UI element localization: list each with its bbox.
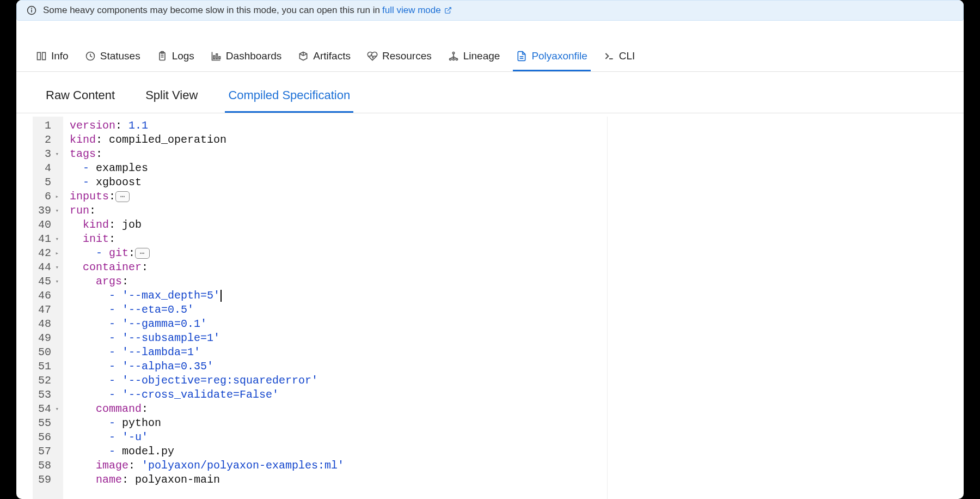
fold-toggle[interactable]: ▸ xyxy=(53,190,59,204)
app-window: Some heavy components may become slow in… xyxy=(16,0,964,499)
tab-label: Dashboards xyxy=(226,50,281,62)
fold-toggle[interactable]: ▾ xyxy=(53,275,59,289)
svg-point-2 xyxy=(32,8,32,9)
line-number: 50 xyxy=(38,345,59,360)
tab-label: Logs xyxy=(172,50,194,62)
line-number: 52 xyxy=(38,374,59,388)
code-line[interactable]: - '--gamma=0.1' xyxy=(70,317,601,331)
fold-toggle[interactable]: ▾ xyxy=(53,147,59,161)
line-number: 53 xyxy=(38,388,59,402)
info-alert: Some heavy components may become slow in… xyxy=(16,0,964,21)
clipboard-icon xyxy=(157,51,168,62)
svg-rect-4 xyxy=(38,52,41,59)
fold-toggle[interactable]: ▾ xyxy=(53,402,59,416)
alert-text: Some heavy components may become slow in… xyxy=(43,5,380,16)
code-line[interactable]: - xgboost xyxy=(70,175,601,190)
code-line[interactable]: version: 1.1 xyxy=(70,119,601,133)
subtab-compiled-specification[interactable]: Compiled Specification xyxy=(225,82,353,113)
code-line[interactable]: kind: compiled_operation xyxy=(70,133,601,147)
full-view-link[interactable]: full view mode xyxy=(382,5,441,16)
line-number: 41▾ xyxy=(38,232,59,246)
svg-rect-12 xyxy=(216,54,218,59)
tab-label: Lineage xyxy=(463,50,500,62)
code-line[interactable]: image: 'polyaxon/polyaxon-examples:ml' xyxy=(70,459,601,473)
tab-label: Info xyxy=(51,50,69,62)
code-line[interactable]: - '--alpha=0.35' xyxy=(70,360,601,374)
line-number: 55 xyxy=(38,416,59,430)
line-number: 58 xyxy=(38,459,59,473)
tab-dashboards[interactable]: Dashboards xyxy=(207,45,285,71)
svg-point-14 xyxy=(452,52,454,54)
text-cursor xyxy=(220,290,222,302)
svg-rect-11 xyxy=(213,56,215,59)
tab-label: Statuses xyxy=(100,50,140,62)
graph-icon xyxy=(448,51,459,62)
fold-toggle[interactable]: ▾ xyxy=(53,232,59,246)
code-line[interactable]: - '--subsample=1' xyxy=(70,331,601,345)
code-line[interactable]: command: xyxy=(70,402,601,416)
code-line[interactable]: - model.py xyxy=(70,445,601,459)
tab-artifacts[interactable]: Artifacts xyxy=(295,45,354,71)
line-number: 54▾ xyxy=(38,402,59,416)
terminal-icon xyxy=(604,51,615,62)
svg-point-15 xyxy=(449,58,451,60)
line-number: 48 xyxy=(38,317,59,331)
primary-tabs: InfoStatusesLogsDashboardsArtifactsResou… xyxy=(16,37,964,72)
fold-toggle[interactable]: ▸ xyxy=(53,246,59,260)
code-line[interactable]: - '--max_depth=5' xyxy=(70,289,601,303)
code-line[interactable]: name: polyaxon-main xyxy=(70,473,601,487)
code-line[interactable]: - python xyxy=(70,416,601,430)
tab-label: CLI xyxy=(619,50,635,62)
code-line[interactable]: args: xyxy=(70,275,601,289)
clock-icon xyxy=(85,51,96,62)
code-line[interactable]: - '--lambda=1' xyxy=(70,345,601,360)
tab-cli[interactable]: CLI xyxy=(601,45,639,71)
code-content[interactable]: version: 1.1kind: compiled_operationtags… xyxy=(63,117,608,499)
line-number: 3▾ xyxy=(38,147,59,161)
tab-logs[interactable]: Logs xyxy=(154,45,198,71)
code-line[interactable]: - '--eta=0.5' xyxy=(70,303,601,317)
subtab-split-view[interactable]: Split View xyxy=(142,82,201,113)
line-number: 59 xyxy=(38,473,59,487)
code-line[interactable]: - '--cross_validate=False' xyxy=(70,388,601,402)
tab-polyaxonfile[interactable]: Polyaxonfile xyxy=(513,45,590,71)
code-line[interactable]: inputs:⋯ xyxy=(70,190,601,204)
tab-label: Artifacts xyxy=(313,50,351,62)
line-number: 49 xyxy=(38,331,59,345)
subtab-raw-content[interactable]: Raw Content xyxy=(42,82,118,113)
code-line[interactable]: tags: xyxy=(70,147,601,161)
collapsed-region[interactable]: ⋯ xyxy=(135,248,149,259)
fold-toggle[interactable]: ▾ xyxy=(53,260,59,275)
tab-info[interactable]: Info xyxy=(33,45,72,71)
code-line[interactable]: - git:⋯ xyxy=(70,246,601,260)
tab-label: Polyaxonfile xyxy=(531,50,587,62)
code-line[interactable]: init: xyxy=(70,232,601,246)
line-number: 51 xyxy=(38,360,59,374)
line-number: 56 xyxy=(38,430,59,445)
code-line[interactable]: - '-u' xyxy=(70,430,601,445)
line-number: 4 xyxy=(38,161,59,175)
code-line[interactable]: - '--objective=reg:squarederror' xyxy=(70,374,601,388)
tab-statuses[interactable]: Statuses xyxy=(82,45,144,71)
tab-lineage[interactable]: Lineage xyxy=(445,45,504,71)
tab-resources[interactable]: Resources xyxy=(364,45,435,71)
fold-toggle[interactable]: ▾ xyxy=(53,204,59,218)
svg-point-17 xyxy=(456,58,457,60)
tab-label: Resources xyxy=(382,50,432,62)
file-icon xyxy=(516,51,527,62)
collapsed-region[interactable]: ⋯ xyxy=(115,191,130,202)
code-editor[interactable]: 123▾456▸39▾4041▾42▸44▾45▾464748495051525… xyxy=(16,113,964,499)
line-number: 57 xyxy=(38,445,59,459)
code-line[interactable]: run: xyxy=(70,204,601,218)
line-number: 45▾ xyxy=(38,275,59,289)
code-line[interactable]: container: xyxy=(70,260,601,275)
svg-rect-5 xyxy=(42,52,46,59)
line-number: 5 xyxy=(38,175,59,190)
code-line[interactable]: - examples xyxy=(70,161,601,175)
code-line[interactable]: kind: job xyxy=(70,218,601,232)
panels-icon xyxy=(36,51,47,62)
line-number: 1 xyxy=(38,119,59,133)
svg-point-16 xyxy=(452,58,454,60)
line-number: 47 xyxy=(38,303,59,317)
line-number: 39▾ xyxy=(38,204,59,218)
